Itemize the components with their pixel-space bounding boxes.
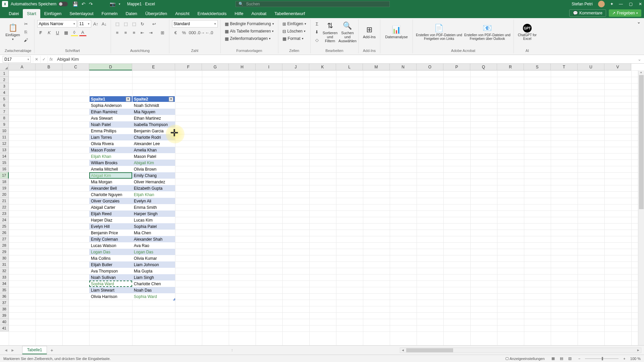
column-header[interactable]: S <box>524 64 551 70</box>
table-cell[interactable]: Noah Sullivan <box>89 274 132 281</box>
column-header[interactable]: R <box>497 64 524 70</box>
sheet-tab-active[interactable]: Tabelle1 <box>22 346 47 354</box>
page-break-view-icon[interactable]: ▧ <box>566 356 574 362</box>
table-cell[interactable]: Ethan Martinez <box>132 115 175 121</box>
increase-font-icon[interactable]: A↑ <box>92 20 100 27</box>
column-header[interactable]: P <box>443 64 470 70</box>
bold-icon[interactable]: F <box>37 29 45 36</box>
row-header[interactable]: 13 <box>0 147 9 153</box>
table-cell[interactable]: Olivia Harrison <box>89 293 132 300</box>
comments-button[interactable]: 💬 Kommentare <box>569 9 606 17</box>
row-header[interactable]: 22 <box>0 204 9 210</box>
font-color-icon[interactable]: A <box>79 29 87 36</box>
collapse-ribbon-icon[interactable]: ⌄ <box>637 19 641 24</box>
row-header[interactable]: 16 <box>0 166 9 172</box>
table-cell[interactable]: Emma Smith <box>132 204 175 210</box>
table-cell[interactable]: Olivia Rivera <box>89 140 132 147</box>
table-cell[interactable]: Olivia Kumar <box>132 255 175 261</box>
ribbon-tab-seitenlayout[interactable]: Seitenlayout <box>65 9 98 18</box>
display-settings-button[interactable]: 🖵 Anzeigeeinstellungen <box>505 357 545 361</box>
column-header[interactable]: T <box>551 64 578 70</box>
table-cell[interactable]: Ethan Ramirez <box>89 109 132 115</box>
column-header[interactable]: C <box>62 64 89 70</box>
fill-color-icon[interactable]: ◊ <box>71 29 78 36</box>
increase-decimal-icon[interactable]: .0→ <box>197 29 205 36</box>
column-header[interactable]: H <box>229 64 256 70</box>
conditional-formatting-button[interactable]: ▦Bedingte Formatierung▾ <box>223 20 275 27</box>
italic-icon[interactable]: K <box>46 29 53 36</box>
table-cell[interactable]: Alexander Shah <box>132 236 175 242</box>
orientation-icon[interactable]: ↻ <box>139 20 146 27</box>
table-cell[interactable]: Mason Patel <box>132 153 175 160</box>
ribbon-tab-überprüfen[interactable]: Überprüfen <box>141 9 171 18</box>
expand-formula-bar-icon[interactable]: ⌄ <box>635 57 644 62</box>
row-header[interactable]: 41 <box>0 325 9 331</box>
row-header[interactable]: 19 <box>0 185 9 191</box>
decrease-decimal-icon[interactable]: ←.0 <box>206 29 213 36</box>
select-all-button[interactable] <box>0 64 9 70</box>
table-cell[interactable]: Sophia Patel <box>132 223 175 230</box>
decrease-font-icon[interactable]: A↓ <box>101 20 108 27</box>
column-header[interactable]: G <box>202 64 229 70</box>
table-cell[interactable]: Elijah Khan <box>89 153 132 160</box>
ribbon-tab-entwicklertools[interactable]: Entwicklertools <box>194 9 231 18</box>
table-cell[interactable]: Harper Singh <box>132 210 175 217</box>
format-painter-icon[interactable]: 🖌 <box>22 36 30 44</box>
table-cell[interactable]: Sophia Ward <box>132 293 175 300</box>
row-header[interactable]: 35 <box>0 287 9 293</box>
scroll-left-icon[interactable]: ◄ <box>400 348 406 352</box>
formula-input[interactable]: Abigail Kim <box>54 57 635 62</box>
number-format-combo[interactable]: Standard▾ <box>172 20 218 27</box>
row-header[interactable]: 12 <box>0 140 9 147</box>
ribbon-tab-start[interactable]: Start <box>23 9 40 18</box>
increase-indent-icon[interactable]: ⇥ <box>147 29 155 36</box>
table-cell[interactable]: Mia Nguyen <box>132 109 175 115</box>
row-header[interactable]: 17 <box>0 172 9 179</box>
find-select-button[interactable]: 🔍 Suchen und Auswählen <box>339 20 356 44</box>
coming-soon-icon[interactable]: ✦ <box>610 2 613 6</box>
search-box[interactable]: 🔍 Suchen <box>235 1 390 7</box>
row-header[interactable]: 32 <box>0 268 9 274</box>
table-cell[interactable]: Liam Torres <box>89 134 132 140</box>
row-header[interactable]: 39 <box>0 312 9 319</box>
currency-icon[interactable]: € <box>172 29 179 36</box>
table-cell[interactable]: Lucas Kim <box>132 217 175 223</box>
vertical-scrollbar[interactable]: ▴ <box>638 70 644 345</box>
align-center-icon[interactable]: ≡ <box>122 29 129 36</box>
row-header[interactable]: 27 <box>0 236 9 242</box>
paste-button[interactable]: 📋 Einfügen ▾ <box>5 20 21 44</box>
column-header[interactable]: J <box>282 64 309 70</box>
row-header[interactable]: 26 <box>0 230 9 236</box>
column-header[interactable]: E <box>132 64 175 70</box>
zoom-slider[interactable] <box>585 358 619 359</box>
add-sheet-button[interactable]: + <box>48 347 55 354</box>
ribbon-tab-daten[interactable]: Daten <box>121 9 141 18</box>
minimize-button[interactable]: — <box>619 2 623 6</box>
table-cell[interactable]: Mia Morgan <box>89 179 132 185</box>
sheet-nav-next-icon[interactable]: ► <box>11 348 15 353</box>
row-header[interactable]: 18 <box>0 179 9 185</box>
table-cell[interactable]: Noah Patel <box>89 121 132 128</box>
table-cell[interactable]: Liam Stewart <box>89 287 132 293</box>
row-header[interactable]: 33 <box>0 274 9 281</box>
table-cell[interactable]: Logan Das <box>132 249 175 255</box>
column-header[interactable]: K <box>309 64 336 70</box>
ribbon-tab-ansicht[interactable]: Ansicht <box>171 9 194 18</box>
table-cell[interactable]: Noah Schmidt <box>132 102 175 109</box>
row-header[interactable]: 6 <box>0 102 9 109</box>
clear-icon[interactable]: ◇ <box>313 36 321 44</box>
row-header[interactable]: 25 <box>0 223 9 230</box>
table-cell[interactable]: Evelyn Ali <box>132 198 175 204</box>
table-cell[interactable]: Oliver Gonzales <box>89 198 132 204</box>
format-cells-button[interactable]: ▦Format▾ <box>281 35 305 42</box>
align-top-icon[interactable]: ⬚ <box>114 20 121 27</box>
worksheet-grid[interactable]: ABCDEFGHIJKLMNOPQRSTUV 12345678910111213… <box>0 64 644 345</box>
row-header[interactable]: 37 <box>0 300 9 306</box>
merge-center-icon[interactable]: ⊞ <box>159 29 166 36</box>
ribbon-tab-acrobat[interactable]: Acrobat <box>248 9 271 18</box>
page-layout-view-icon[interactable]: ▤ <box>558 356 565 362</box>
addins-button[interactable]: ⊞ Add-Ins <box>361 20 377 44</box>
table-cell[interactable]: Olivia Brown <box>132 166 175 172</box>
table-cell[interactable]: Mia Chen <box>132 230 175 236</box>
table-cell[interactable]: Emma Phillips <box>89 128 132 134</box>
